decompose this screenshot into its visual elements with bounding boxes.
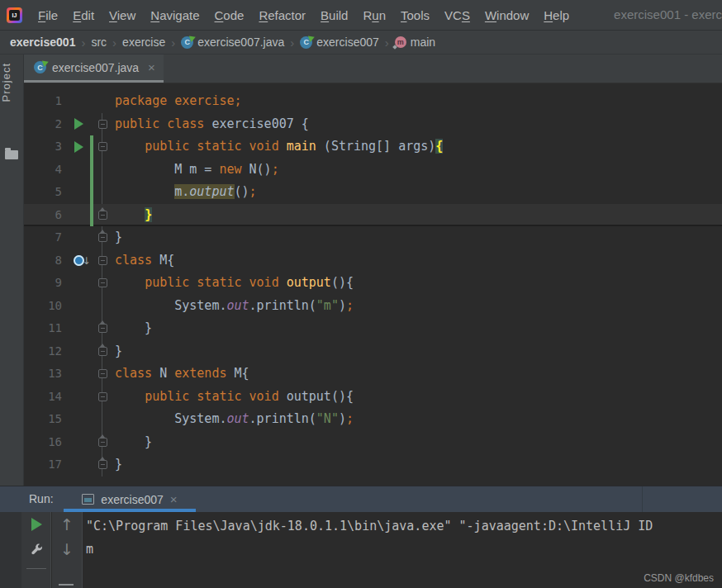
run-line-icon[interactable] (74, 118, 83, 130)
menu-item-vcs[interactable]: VCS (437, 8, 477, 22)
code-text: public static void output(){ (110, 272, 354, 295)
line-number[interactable]: 7 (24, 226, 69, 249)
code-line-6[interactable]: 6 } (24, 204, 722, 227)
menu-item-refactor[interactable]: Refactor (251, 8, 313, 22)
fold-start-icon[interactable] (98, 278, 107, 287)
run-tab-close-icon[interactable]: × (170, 492, 178, 506)
console-output[interactable]: "C:\Program Files\Java\jdk-18.0.1.1\bin\… (86, 512, 722, 588)
line-number[interactable]: 14 (24, 386, 69, 409)
code-line-16[interactable]: 16 } (24, 431, 722, 454)
line-number[interactable]: 13 (24, 363, 69, 386)
fold-end-icon[interactable] (98, 211, 107, 220)
settings-button[interactable] (21, 537, 51, 562)
code-line-13[interactable]: 13class N extends M{ (24, 363, 722, 386)
menu-item-file[interactable]: File (31, 8, 65, 22)
fold-start-icon[interactable] (98, 392, 107, 401)
line-number[interactable]: 8 (24, 249, 69, 273)
folder-icon[interactable] (5, 150, 18, 159)
fold-column (95, 181, 110, 204)
line-number[interactable]: 11 (24, 317, 69, 340)
code-line-8[interactable]: 8class M{ (24, 249, 722, 273)
breadcrumb-item-exercise[interactable]: exercise (122, 36, 165, 49)
tool-window-stripe: Project (0, 55, 24, 486)
code-editor[interactable]: 1package exercise;2public class exercise… (24, 83, 722, 486)
method-icon: m (395, 36, 406, 48)
line-number[interactable]: 16 (24, 431, 69, 454)
line-number[interactable]: 9 (24, 272, 69, 295)
project-tool-button[interactable]: Project (0, 63, 23, 102)
line-number[interactable]: 5 (24, 181, 69, 204)
soft-wrap-icon[interactable] (59, 584, 74, 588)
menu-item-help[interactable]: Help (536, 8, 577, 22)
line-number[interactable]: 3 (24, 135, 69, 159)
up-stack-trace-button[interactable]: ↑ (52, 512, 82, 537)
fold-start-icon[interactable] (98, 142, 107, 151)
fold-end-icon[interactable] (98, 347, 107, 356)
fold-end-icon[interactable] (98, 438, 107, 447)
token: class (115, 253, 152, 268)
code-line-7[interactable]: 7} (24, 226, 722, 249)
code-line-4[interactable]: 4 M m = new N(); (24, 159, 722, 182)
token (115, 207, 145, 222)
code-line-14[interactable]: 14 public static void output(){ (24, 386, 722, 409)
menu-item-window[interactable]: Window (477, 8, 536, 22)
code-text: } (110, 317, 152, 340)
code-line-2[interactable]: 2public class exercise007 { (24, 113, 722, 136)
token: System. (115, 298, 226, 313)
menu-item-run[interactable]: Run (355, 8, 393, 22)
token: { (435, 139, 443, 154)
code-text: public static void main (String[] args){ (110, 135, 443, 159)
menu-item-view[interactable]: View (102, 8, 143, 22)
line-number[interactable]: 10 (24, 295, 69, 318)
token: out (226, 298, 249, 313)
menu-item-build[interactable]: Build (313, 8, 355, 22)
menu-item-navigate[interactable]: Navigate (143, 8, 207, 22)
fold-start-icon[interactable] (98, 256, 107, 265)
token: N (152, 366, 174, 381)
fold-end-icon[interactable] (98, 233, 107, 242)
code-line-10[interactable]: 10 System.out.println("m"); (24, 295, 722, 318)
line-number[interactable]: 2 (24, 113, 69, 136)
breadcrumb-item-main[interactable]: mmain (395, 36, 435, 49)
line-number[interactable]: 17 (24, 453, 69, 477)
fold-start-icon[interactable] (98, 120, 107, 129)
rerun-button[interactable] (21, 512, 51, 537)
code-line-12[interactable]: 12} (24, 340, 722, 363)
run-line-icon[interactable] (74, 141, 83, 153)
token: ; (235, 93, 242, 108)
code-line-15[interactable]: 15 System.out.println("N"); (24, 408, 722, 431)
breadcrumb-item-exercise001[interactable]: exercise001 (10, 36, 75, 49)
run-label: Run: (29, 486, 54, 512)
gutter-icon-column (69, 317, 88, 340)
run-tool-window: Run: exercise007 × ↑ ↓ (0, 486, 722, 588)
code-line-17[interactable]: 17} (24, 453, 722, 477)
code-line-11[interactable]: 11 } (24, 317, 722, 340)
fold-column (95, 317, 110, 340)
tab-exercise007-java[interactable]: C exercise007.java × (24, 55, 164, 83)
fold-end-icon[interactable] (98, 460, 107, 469)
line-number[interactable]: 1 (24, 90, 69, 113)
close-tab-icon[interactable]: × (148, 60, 155, 74)
down-stack-trace-button[interactable]: ↓ (52, 537, 82, 562)
subclassed-class-icon[interactable] (74, 255, 84, 266)
line-number[interactable]: 6 (24, 204, 69, 227)
menu-item-tools[interactable]: Tools (393, 8, 437, 22)
fold-end-icon[interactable] (98, 324, 107, 333)
breadcrumb-item-src[interactable]: src (91, 36, 107, 49)
breadcrumb-item-exercise007-java[interactable]: Cexercise007.java (181, 36, 284, 49)
menu-item-code[interactable]: Code (207, 8, 252, 22)
line-number[interactable]: 12 (24, 340, 69, 363)
code-line-3[interactable]: 3 public static void main (String[] args… (24, 135, 722, 159)
intellij-logo-icon[interactable]: IJ (7, 7, 22, 23)
line-number[interactable]: 15 (24, 408, 69, 431)
fold-start-icon[interactable] (98, 369, 107, 378)
code-line-5[interactable]: 5 m.output(); (24, 181, 722, 204)
line-number[interactable]: 4 (24, 159, 69, 182)
code-line-9[interactable]: 9 public static void output(){ (24, 272, 722, 295)
vcs-column (88, 272, 95, 295)
run-toolbar-left (21, 512, 51, 588)
vcs-column (88, 340, 95, 363)
breadcrumb-item-exercise007[interactable]: Cexercise007 (300, 36, 379, 49)
menu-item-edit[interactable]: Edit (65, 8, 102, 22)
code-line-1[interactable]: 1package exercise; (24, 90, 722, 113)
